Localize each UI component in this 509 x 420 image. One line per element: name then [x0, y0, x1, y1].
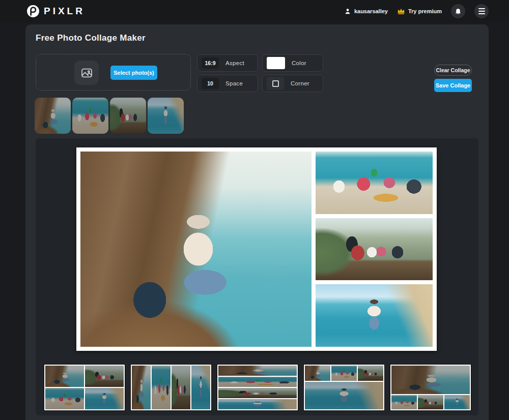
color-swatch — [267, 57, 285, 69]
space-value: 10 — [202, 78, 219, 89]
template-cell — [191, 366, 210, 409]
template-cell — [152, 366, 171, 409]
corner-label: Corner — [291, 80, 309, 86]
template-horizontal-strips[interactable] — [217, 365, 298, 410]
photo-thumbnail-4[interactable] — [148, 98, 184, 134]
corner-icon — [272, 80, 279, 87]
pixlr-logo-icon — [26, 5, 40, 18]
user-name: kausarsalley — [354, 8, 388, 14]
main-panel: Free Photo Collage Maker Select photo(s)… — [25, 24, 489, 420]
notifications-button[interactable] — [451, 4, 465, 18]
collage-preview — [76, 147, 437, 351]
crown-icon — [397, 8, 405, 15]
template-cell — [172, 366, 190, 409]
image-placeholder-tile — [74, 61, 99, 85]
aspect-control[interactable]: 16:9 Aspect — [197, 54, 258, 72]
template-cell — [218, 399, 297, 409]
template-cell — [45, 388, 84, 409]
template-row — [44, 365, 471, 410]
try-premium[interactable]: Try premium — [397, 8, 442, 15]
template-cell — [331, 366, 357, 381]
space-control[interactable]: 10 Space — [197, 75, 258, 92]
color-control[interactable]: Color — [262, 54, 323, 72]
save-collage-button[interactable]: Save Collage — [434, 79, 472, 92]
color-label: Color — [292, 60, 306, 66]
image-icon — [80, 66, 94, 80]
template-cell — [418, 395, 443, 409]
photo-thumbnail-3[interactable] — [110, 98, 146, 134]
bell-icon — [455, 8, 462, 15]
collage-cell-photo-4[interactable] — [316, 284, 433, 347]
collage-cell-photo-1[interactable] — [80, 152, 312, 347]
photo-dropzone[interactable]: Select photo(s) — [36, 54, 191, 91]
page-title: Free Photo Collage Maker — [36, 33, 146, 43]
template-cell — [218, 377, 297, 387]
template-cell — [132, 366, 151, 409]
collage-cell-photo-3[interactable] — [316, 218, 433, 281]
template-cell — [391, 366, 470, 394]
menu-button[interactable] — [474, 4, 489, 18]
user-account[interactable]: kausarsalley — [344, 8, 388, 15]
topbar-right: kausarsalley Try premium — [344, 0, 489, 22]
template-cell — [218, 388, 297, 398]
user-icon — [344, 8, 351, 15]
corner-icon-tile — [267, 77, 284, 90]
template-cell — [85, 388, 124, 409]
template-vertical-strips[interactable] — [131, 365, 211, 410]
collage-right-column — [316, 152, 433, 347]
template-cell — [391, 395, 417, 409]
select-photos-button[interactable]: Select photo(s) — [110, 66, 157, 80]
template-cell — [85, 366, 124, 387]
template-cell — [305, 366, 330, 381]
space-label: Space — [225, 80, 243, 86]
try-premium-label: Try premium — [408, 8, 442, 14]
photo-thumbnail-1[interactable] — [35, 98, 71, 134]
aspect-value: 16:9 — [202, 57, 219, 69]
hamburger-icon — [478, 8, 485, 14]
collage-cell-photo-2[interactable] — [316, 152, 433, 214]
corner-control[interactable]: Corner — [262, 75, 323, 92]
collage-workspace — [36, 138, 478, 415]
template-cell — [305, 382, 383, 409]
template-cell — [218, 366, 297, 376]
pixlr-logo[interactable]: PIXLR — [26, 5, 85, 18]
aspect-label: Aspect — [225, 60, 244, 66]
photo-thumbnail-2[interactable] — [72, 98, 108, 134]
template-one-top-three-bottom[interactable] — [390, 365, 471, 410]
template-grid-2x2[interactable] — [44, 365, 125, 410]
topbar: PIXLR kausarsalley Try premium — [0, 0, 509, 22]
template-cell — [444, 395, 470, 409]
clear-collage-button[interactable]: Clear Collage — [434, 65, 472, 76]
template-cell — [358, 366, 383, 381]
brand-text: PIXLR — [44, 6, 85, 17]
template-cell — [45, 366, 84, 387]
uploaded-photos-row — [35, 98, 184, 134]
template-three-top-one-bottom[interactable] — [304, 365, 384, 410]
